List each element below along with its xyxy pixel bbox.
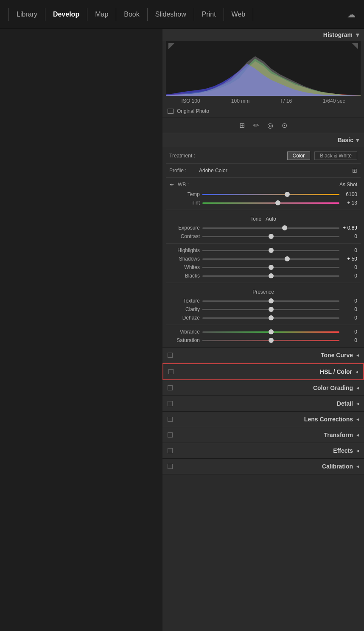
slider-track-vibrance[interactable]	[202, 331, 339, 333]
slider-track-saturation[interactable]	[202, 340, 339, 341]
panel-checkbox-detail[interactable]	[168, 401, 173, 406]
slider-thumb-shadows[interactable]	[285, 256, 290, 261]
panel-checkbox-color-grading[interactable]	[168, 385, 173, 390]
nav-book[interactable]: Book	[116, 8, 147, 21]
slider-value-texture: 0	[342, 298, 357, 304]
slider-thumb-saturation[interactable]	[269, 338, 274, 343]
redeye-tool-icon[interactable]: ◎	[267, 121, 273, 129]
panel-checkbox-tone-curve[interactable]	[168, 353, 173, 358]
tools-row: ⊞ ✏ ◎ ⊙	[162, 118, 364, 133]
slider-row-clarity: Clarity0	[166, 305, 361, 314]
slider-track-contrast[interactable]	[202, 236, 339, 237]
original-photo-row[interactable]: Original Photo	[162, 106, 364, 118]
slider-row-dehaze: Dehaze0	[166, 314, 361, 322]
panel-arrow-effects: ◂	[356, 448, 359, 454]
histogram-container	[166, 41, 361, 96]
slider-thumb-contrast[interactable]	[269, 234, 274, 239]
panel-header-calibration[interactable]: Calibration◂	[162, 459, 364, 474]
slider-value-vibrance: 0	[342, 329, 357, 335]
nav-library[interactable]: Library	[8, 8, 45, 21]
eyedropper-icon[interactable]: ✒	[169, 181, 174, 188]
slider-value-contrast: 0	[342, 233, 357, 239]
presence-subsection: Presence	[166, 286, 361, 297]
slider-value-exposure: + 0.89	[342, 225, 357, 231]
panel-header-color-grading[interactable]: Color Grading◂	[162, 380, 364, 396]
slider-thumb-texture[interactable]	[269, 298, 274, 303]
slider-track-clarity[interactable]	[202, 309, 339, 310]
presence-label: Presence	[252, 289, 274, 295]
presence-sliders: Texture0Clarity0Dehaze0	[166, 297, 361, 322]
profile-row: Profile : Adobe Color ⊞	[166, 165, 361, 176]
panel-checkbox-calibration[interactable]	[168, 464, 173, 469]
slider-track-texture[interactable]	[202, 300, 339, 302]
slider-value-highlights: 0	[342, 247, 357, 253]
auto-tone-btn[interactable]: Auto	[266, 216, 276, 222]
adjust-sliders: Highlights0Shadows+ 50Whites0Blacks0	[166, 246, 361, 280]
panel-header-tone-curve[interactable]: Tone Curve◂	[162, 348, 364, 363]
slider-thumb-temp[interactable]	[285, 192, 290, 197]
panel-checkbox-effects[interactable]	[168, 448, 173, 453]
nav-slideshow[interactable]: Slideshow	[148, 8, 194, 21]
mask-tool-icon[interactable]: ⊙	[282, 121, 287, 129]
panel-header-hsl-color[interactable]: HSL / Color◂	[162, 363, 364, 380]
crop-tool-icon[interactable]: ⊞	[239, 121, 245, 129]
panel-header-effects[interactable]: Effects◂	[162, 443, 364, 459]
slider-value-dehaze: 0	[342, 315, 357, 321]
photo-canvas	[0, 29, 162, 631]
slider-thumb-blacks[interactable]	[269, 273, 274, 278]
histogram-collapse-arrow[interactable]: ▾	[356, 31, 359, 38]
slider-track-whites[interactable]	[202, 267, 339, 268]
histogram-header: Histogram ▾	[162, 29, 364, 41]
original-photo-icon	[168, 109, 174, 114]
slider-label-highlights: Highlights	[169, 247, 200, 253]
panel-arrow-calibration: ◂	[356, 463, 359, 469]
slider-track-tint[interactable]	[202, 202, 339, 204]
panel-checkbox-hsl-color[interactable]	[168, 369, 174, 374]
slider-label-texture: Texture	[169, 298, 200, 304]
slider-track-temp[interactable]	[202, 194, 339, 195]
basic-section-header[interactable]: Basic ▾	[162, 133, 364, 147]
panel-header-transform[interactable]: Transform◂	[162, 427, 364, 443]
panel-checkbox-lens-corrections[interactable]	[168, 417, 173, 422]
panel-title-color-grading: Color Grading	[177, 384, 353, 391]
slider-thumb-highlights[interactable]	[269, 248, 274, 253]
panel-arrow-transform: ◂	[356, 432, 359, 438]
heal-tool-icon[interactable]: ✏	[253, 121, 259, 129]
slider-label-shadows: Shadows	[169, 256, 200, 262]
right-panel: Histogram ▾ ISO 100 100 mm f / 16 1/640 …	[162, 29, 364, 631]
slider-thumb-dehaze[interactable]	[269, 315, 274, 320]
panel-header-lens-corrections[interactable]: Lens Corrections◂	[162, 412, 364, 427]
slider-value-saturation: 0	[342, 337, 357, 343]
cloud-sync-icon[interactable]: ☁	[347, 9, 356, 20]
panel-arrow-detail: ◂	[356, 401, 359, 407]
slider-value-tint: + 13	[342, 200, 357, 206]
slider-label-whites: Whites	[169, 264, 200, 270]
slider-thumb-tint[interactable]	[275, 200, 280, 205]
original-photo-label: Original Photo	[177, 108, 209, 114]
slider-track-shadows[interactable]	[202, 258, 339, 260]
panel-arrow-tone-curve: ◂	[356, 352, 359, 358]
nav-develop[interactable]: Develop	[45, 8, 87, 21]
nav-print[interactable]: Print	[194, 8, 224, 21]
slider-track-dehaze[interactable]	[202, 317, 339, 319]
slider-thumb-whites[interactable]	[269, 265, 274, 270]
profile-grid-icon[interactable]: ⊞	[352, 167, 357, 174]
treatment-bw-btn[interactable]: Black & White	[314, 151, 357, 160]
nav-web[interactable]: Web	[224, 8, 254, 21]
slider-row-texture: Texture0	[166, 297, 361, 305]
slider-track-exposure[interactable]	[202, 227, 339, 229]
slider-thumb-clarity[interactable]	[269, 307, 274, 312]
treatment-color-btn[interactable]: Color	[287, 151, 311, 160]
slider-thumb-exposure[interactable]	[282, 225, 287, 230]
wb-value[interactable]: As Shot	[193, 182, 357, 188]
slider-track-blacks[interactable]	[202, 275, 339, 277]
slider-row-saturation: Saturation0	[166, 336, 361, 345]
panel-title-calibration: Calibration	[177, 463, 353, 470]
nav-map[interactable]: Map	[87, 8, 116, 21]
basic-title: Basic	[338, 137, 353, 143]
panel-header-detail[interactable]: Detail◂	[162, 396, 364, 412]
slider-track-highlights[interactable]	[202, 250, 339, 251]
panel-checkbox-transform[interactable]	[168, 432, 173, 437]
slider-thumb-vibrance[interactable]	[269, 329, 274, 334]
profile-select[interactable]: Adobe Color	[199, 168, 352, 174]
